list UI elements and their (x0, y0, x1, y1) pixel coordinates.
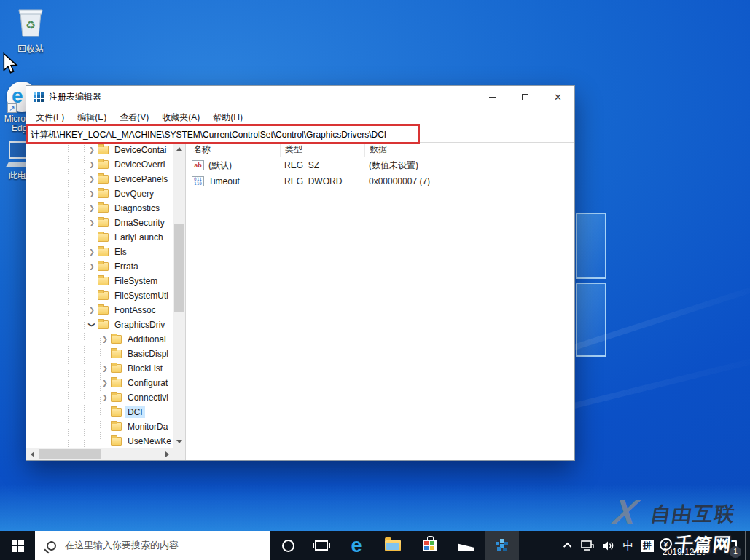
collapse-chevron-icon[interactable]: ❯ (87, 320, 96, 329)
tree-item[interactable]: ❯Els (26, 245, 173, 259)
shortcut-arrow-icon: ↗ (7, 103, 17, 113)
tree-horizontal-scrollbar[interactable] (26, 448, 173, 460)
mail-icon (458, 540, 474, 551)
tree-item-label: DevicePanels (112, 173, 170, 185)
tree-item[interactable]: ❯Diagnostics (26, 201, 173, 216)
taskbar-app-file-explorer[interactable] (376, 531, 410, 560)
expand-chevron-icon[interactable]: ❯ (101, 335, 109, 344)
wallpaper-light-ray (563, 352, 750, 411)
title-bar[interactable]: 注册表编辑器 ✕ (26, 86, 574, 108)
tree-guide-line (68, 143, 69, 448)
scrollbar-corner (173, 448, 185, 460)
tree-guide-line (100, 334, 101, 443)
taskbar: 在这里输入你要搜索的内容 e 中 拼 (0, 531, 750, 560)
svg-text:♻: ♻ (26, 19, 36, 31)
value-name: Timeout (208, 176, 240, 186)
regedit-app-icon (33, 91, 44, 103)
expand-chevron-icon[interactable]: ❯ (101, 393, 109, 402)
start-button[interactable] (0, 531, 35, 560)
tray-network[interactable] (578, 531, 597, 560)
maximize-button[interactable] (509, 86, 542, 108)
folder-icon (98, 204, 109, 213)
tree-item[interactable]: ❯FontAssoc (26, 303, 173, 318)
edge-icon: e (351, 536, 362, 556)
tree-item-label: EarlyLaunch (112, 232, 165, 243)
tree-item[interactable]: ❯Errata (26, 259, 173, 274)
tray-ime-mode[interactable]: 中 (620, 531, 637, 560)
tree-item-label: DmaSecurity (112, 217, 167, 229)
folder-icon (98, 248, 109, 256)
expand-chevron-icon[interactable]: ❯ (101, 379, 109, 387)
tree-item[interactable]: ❯FileSystemUti (26, 288, 173, 303)
expand-chevron-icon[interactable]: ❯ (87, 262, 96, 271)
close-button[interactable]: ✕ (542, 86, 574, 108)
tray-ime-layout[interactable]: 拼 (638, 531, 656, 560)
tree-item-label: UseNewKe (125, 435, 173, 447)
expand-chevron-icon[interactable]: ❯ (87, 218, 96, 227)
scroll-right-button[interactable] (161, 448, 173, 460)
dword-value-icon: 011110 (192, 176, 204, 186)
tree-item[interactable]: ❯DevQuery (26, 186, 173, 201)
registry-tree-panel: ❯DeviceContai❯DeviceOverri❯DevicePanels❯… (26, 143, 186, 460)
folder-icon (111, 422, 122, 431)
expand-chevron-icon[interactable]: ❯ (87, 204, 96, 213)
scroll-down-button[interactable] (173, 435, 185, 448)
values-list: ab(默认)REG_SZ(数值未设置)011110TimeoutREG_DWOR… (187, 157, 574, 189)
tree-vertical-scrollbar[interactable] (173, 143, 185, 448)
expand-chevron-icon[interactable]: ❯ (87, 248, 96, 256)
value-row[interactable]: 011110TimeoutREG_DWORD0x00000007 (7) (187, 173, 574, 189)
expand-chevron-icon[interactable]: ❯ (87, 175, 96, 184)
folder-icon (111, 335, 122, 344)
taskbar-app-mail[interactable] (449, 531, 483, 560)
tree-item[interactable]: ❯FileSystem (26, 274, 173, 288)
column-header-data[interactable]: 数据 (364, 143, 574, 157)
expand-chevron-icon[interactable]: ❯ (87, 306, 96, 315)
tree-item-label: Els (112, 246, 129, 258)
tree-item[interactable]: ❯DeviceOverri (26, 157, 173, 172)
mouse-cursor (2, 52, 18, 74)
taskbar-search-input[interactable]: 在这里输入你要搜索的内容 (35, 531, 270, 560)
tray-show-hidden-icons[interactable] (561, 531, 576, 560)
tree-item[interactable]: ❯DeviceContai (26, 143, 173, 157)
folder-icon (111, 408, 122, 417)
value-row[interactable]: ab(默认)REG_SZ(数值未设置) (187, 157, 574, 173)
scrollbar-thumb[interactable] (39, 449, 101, 459)
tree-item-label: DeviceOverri (112, 159, 167, 170)
folder-icon (98, 277, 109, 285)
taskbar-app-store[interactable] (413, 531, 446, 560)
tree-item-label: DCI (125, 406, 145, 418)
tree-item-label: FileSystemUti (112, 290, 171, 301)
folder-icon (111, 437, 122, 446)
task-view-icon (315, 540, 328, 551)
taskbar-app-registry-editor-active[interactable] (485, 531, 519, 560)
tray-volume[interactable] (599, 531, 618, 560)
column-header-name[interactable]: 名称 (187, 143, 280, 157)
column-header-type[interactable]: 类型 (280, 143, 364, 157)
tree-item[interactable]: ❯DmaSecurity (26, 216, 173, 230)
expand-chevron-icon[interactable]: ❯ (101, 364, 109, 373)
expand-chevron-icon[interactable]: ❯ (87, 189, 96, 198)
taskbar-app-task-view[interactable] (305, 531, 338, 560)
tree-item[interactable]: ❯EarlyLaunch (26, 230, 173, 245)
folder-icon (111, 350, 122, 358)
window-body: ❯DeviceContai❯DeviceOverri❯DevicePanels❯… (26, 143, 574, 460)
coin-icon: ¥ (659, 538, 673, 551)
expand-chevron-icon[interactable]: ❯ (87, 160, 96, 169)
watermark-secondary: ¥ 千篇网 (658, 532, 733, 556)
store-icon (423, 540, 437, 551)
tree-item-label: DevQuery (112, 188, 156, 200)
tree-item-label: GraphicsDriv (112, 319, 167, 331)
close-icon: ✕ (554, 92, 562, 102)
desktop-icon-recycle-bin[interactable]: ♻ 回收站 (4, 6, 57, 54)
tree-item[interactable]: ❯GraphicsDriv (26, 318, 173, 332)
minimize-button[interactable] (476, 86, 509, 108)
taskbar-app-edge[interactable]: e (340, 531, 373, 560)
scroll-left-button[interactable] (26, 448, 39, 460)
tree-item[interactable]: ❯DevicePanels (26, 172, 173, 186)
scrollbar-thumb[interactable] (174, 224, 184, 312)
taskbar-app-cortana[interactable] (271, 531, 305, 560)
show-desktop-button[interactable] (745, 531, 750, 560)
expand-chevron-icon[interactable]: ❯ (87, 146, 96, 154)
folder-icon (98, 262, 109, 271)
scroll-up-button[interactable] (173, 143, 185, 155)
